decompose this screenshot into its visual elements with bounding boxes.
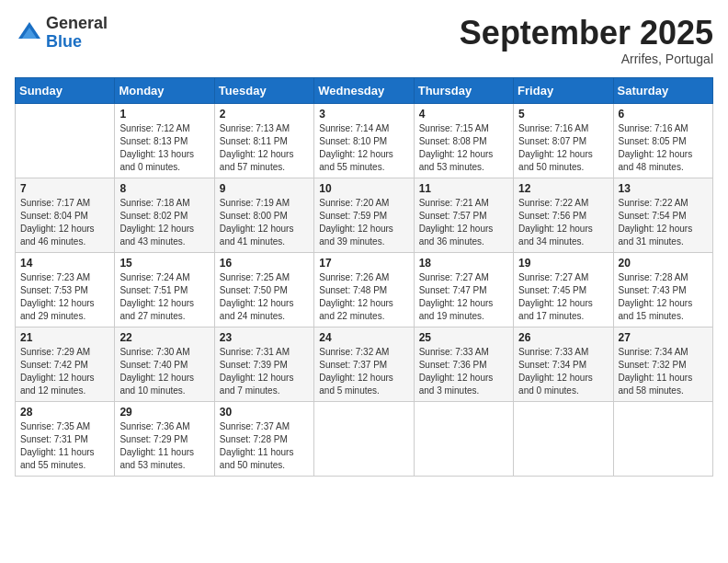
calendar-week-row: 28Sunrise: 7:35 AM Sunset: 7:31 PM Dayli…	[16, 401, 713, 476]
calendar-week-row: 14Sunrise: 7:23 AM Sunset: 7:53 PM Dayli…	[16, 252, 713, 327]
calendar-cell: 3Sunrise: 7:14 AM Sunset: 8:10 PM Daylig…	[314, 103, 414, 178]
day-number: 4	[419, 108, 508, 121]
logo-icon	[15, 18, 44, 48]
calendar-cell: 12Sunrise: 7:22 AM Sunset: 7:56 PM Dayli…	[514, 178, 613, 252]
calendar-cell	[414, 401, 513, 476]
day-info: Sunrise: 7:25 AM Sunset: 7:50 PM Dayligh…	[220, 271, 309, 323]
day-info: Sunrise: 7:20 AM Sunset: 7:59 PM Dayligh…	[319, 197, 408, 248]
day-info: Sunrise: 7:33 AM Sunset: 7:34 PM Dayligh…	[518, 346, 608, 397]
day-number: 8	[119, 182, 209, 195]
calendar-cell: 26Sunrise: 7:33 AM Sunset: 7:34 PM Dayli…	[514, 327, 613, 401]
month-title: September 2025	[460, 15, 713, 52]
calendar-cell: 13Sunrise: 7:22 AM Sunset: 7:54 PM Dayli…	[613, 178, 712, 252]
calendar-cell	[613, 401, 712, 476]
calendar-cell: 17Sunrise: 7:26 AM Sunset: 7:48 PM Dayli…	[314, 252, 414, 327]
day-info: Sunrise: 7:24 AM Sunset: 7:51 PM Dayligh…	[119, 271, 209, 323]
day-number: 26	[518, 331, 608, 344]
weekday-header: Wednesday	[314, 77, 414, 103]
day-info: Sunrise: 7:28 AM Sunset: 7:43 PM Dayligh…	[619, 271, 708, 323]
weekday-header: Sunday	[16, 77, 115, 103]
calendar-cell: 29Sunrise: 7:36 AM Sunset: 7:29 PM Dayli…	[115, 401, 214, 476]
weekday-header: Saturday	[613, 77, 712, 103]
logo-general: General	[46, 15, 108, 33]
calendar-cell: 15Sunrise: 7:24 AM Sunset: 7:51 PM Dayli…	[115, 252, 214, 327]
calendar-cell: 22Sunrise: 7:30 AM Sunset: 7:40 PM Dayli…	[115, 327, 214, 401]
day-number: 20	[619, 257, 708, 270]
calendar-cell: 10Sunrise: 7:20 AM Sunset: 7:59 PM Dayli…	[314, 178, 414, 252]
day-info: Sunrise: 7:19 AM Sunset: 8:00 PM Dayligh…	[220, 197, 309, 248]
calendar-cell: 7Sunrise: 7:17 AM Sunset: 8:04 PM Daylig…	[16, 178, 115, 252]
calendar-cell: 2Sunrise: 7:13 AM Sunset: 8:11 PM Daylig…	[214, 103, 313, 178]
weekday-header: Thursday	[414, 77, 513, 103]
day-number: 6	[619, 108, 708, 121]
day-info: Sunrise: 7:22 AM Sunset: 7:56 PM Dayligh…	[518, 197, 608, 248]
calendar-cell: 1Sunrise: 7:12 AM Sunset: 8:13 PM Daylig…	[115, 103, 214, 178]
logo: General Blue	[15, 15, 108, 52]
day-number: 27	[619, 331, 708, 344]
calendar-cell: 30Sunrise: 7:37 AM Sunset: 7:28 PM Dayli…	[214, 401, 313, 476]
day-info: Sunrise: 7:23 AM Sunset: 7:53 PM Dayligh…	[20, 271, 109, 323]
calendar-cell: 6Sunrise: 7:16 AM Sunset: 8:05 PM Daylig…	[613, 103, 712, 178]
day-info: Sunrise: 7:27 AM Sunset: 7:45 PM Dayligh…	[518, 271, 608, 323]
calendar-cell: 11Sunrise: 7:21 AM Sunset: 7:57 PM Dayli…	[414, 178, 513, 252]
calendar-cell: 21Sunrise: 7:29 AM Sunset: 7:42 PM Dayli…	[16, 327, 115, 401]
day-number: 15	[119, 257, 209, 270]
day-info: Sunrise: 7:31 AM Sunset: 7:39 PM Dayligh…	[220, 346, 309, 397]
day-number: 1	[119, 108, 209, 121]
day-info: Sunrise: 7:27 AM Sunset: 7:47 PM Dayligh…	[419, 271, 508, 323]
day-number: 14	[20, 257, 109, 270]
day-info: Sunrise: 7:29 AM Sunset: 7:42 PM Dayligh…	[20, 346, 109, 397]
day-number: 7	[20, 182, 109, 195]
day-info: Sunrise: 7:37 AM Sunset: 7:28 PM Dayligh…	[220, 420, 309, 472]
calendar-cell: 20Sunrise: 7:28 AM Sunset: 7:43 PM Dayli…	[613, 252, 712, 327]
day-info: Sunrise: 7:33 AM Sunset: 7:36 PM Dayligh…	[419, 346, 508, 397]
day-number: 28	[20, 406, 109, 419]
day-number: 23	[220, 331, 309, 344]
day-info: Sunrise: 7:16 AM Sunset: 8:07 PM Dayligh…	[518, 122, 608, 174]
calendar-week-row: 1Sunrise: 7:12 AM Sunset: 8:13 PM Daylig…	[16, 103, 713, 178]
day-number: 22	[119, 331, 209, 344]
day-info: Sunrise: 7:12 AM Sunset: 8:13 PM Dayligh…	[119, 122, 209, 174]
day-info: Sunrise: 7:35 AM Sunset: 7:31 PM Dayligh…	[20, 420, 109, 472]
logo-text: General Blue	[46, 15, 108, 52]
calendar-cell	[16, 103, 115, 178]
day-info: Sunrise: 7:16 AM Sunset: 8:05 PM Dayligh…	[619, 122, 708, 174]
day-number: 2	[220, 108, 309, 121]
day-info: Sunrise: 7:13 AM Sunset: 8:11 PM Dayligh…	[220, 122, 309, 174]
day-number: 29	[119, 406, 209, 419]
logo-blue: Blue	[46, 33, 108, 52]
day-info: Sunrise: 7:14 AM Sunset: 8:10 PM Dayligh…	[319, 122, 408, 174]
day-info: Sunrise: 7:34 AM Sunset: 7:32 PM Dayligh…	[619, 346, 708, 397]
day-info: Sunrise: 7:32 AM Sunset: 7:37 PM Dayligh…	[319, 346, 408, 397]
calendar-cell: 27Sunrise: 7:34 AM Sunset: 7:32 PM Dayli…	[613, 327, 712, 401]
day-number: 25	[419, 331, 508, 344]
calendar-table: SundayMondayTuesdayWednesdayThursdayFrid…	[15, 77, 713, 477]
calendar-cell: 9Sunrise: 7:19 AM Sunset: 8:00 PM Daylig…	[214, 178, 313, 252]
day-number: 13	[619, 182, 708, 195]
title-block: September 2025 Arrifes, Portugal	[460, 15, 713, 66]
calendar-cell: 8Sunrise: 7:18 AM Sunset: 8:02 PM Daylig…	[115, 178, 214, 252]
weekday-header: Tuesday	[214, 77, 313, 103]
calendar-cell: 28Sunrise: 7:35 AM Sunset: 7:31 PM Dayli…	[16, 401, 115, 476]
page-header: General Blue September 2025 Arrifes, Por…	[15, 15, 713, 66]
day-info: Sunrise: 7:22 AM Sunset: 7:54 PM Dayligh…	[619, 197, 708, 248]
day-number: 19	[518, 257, 608, 270]
day-number: 5	[518, 108, 608, 121]
day-number: 10	[319, 182, 408, 195]
day-number: 21	[20, 331, 109, 344]
day-info: Sunrise: 7:36 AM Sunset: 7:29 PM Dayligh…	[119, 420, 209, 472]
day-number: 3	[319, 108, 408, 121]
day-info: Sunrise: 7:15 AM Sunset: 8:08 PM Dayligh…	[419, 122, 508, 174]
day-number: 24	[319, 331, 408, 344]
calendar-cell: 25Sunrise: 7:33 AM Sunset: 7:36 PM Dayli…	[414, 327, 513, 401]
day-info: Sunrise: 7:26 AM Sunset: 7:48 PM Dayligh…	[319, 271, 408, 323]
calendar-cell: 23Sunrise: 7:31 AM Sunset: 7:39 PM Dayli…	[214, 327, 313, 401]
location-subtitle: Arrifes, Portugal	[460, 52, 713, 66]
day-info: Sunrise: 7:18 AM Sunset: 8:02 PM Dayligh…	[119, 197, 209, 248]
calendar-cell: 4Sunrise: 7:15 AM Sunset: 8:08 PM Daylig…	[414, 103, 513, 178]
day-number: 9	[220, 182, 309, 195]
day-number: 11	[419, 182, 508, 195]
day-number: 17	[319, 257, 408, 270]
calendar-week-row: 7Sunrise: 7:17 AM Sunset: 8:04 PM Daylig…	[16, 178, 713, 252]
day-number: 30	[220, 406, 309, 419]
